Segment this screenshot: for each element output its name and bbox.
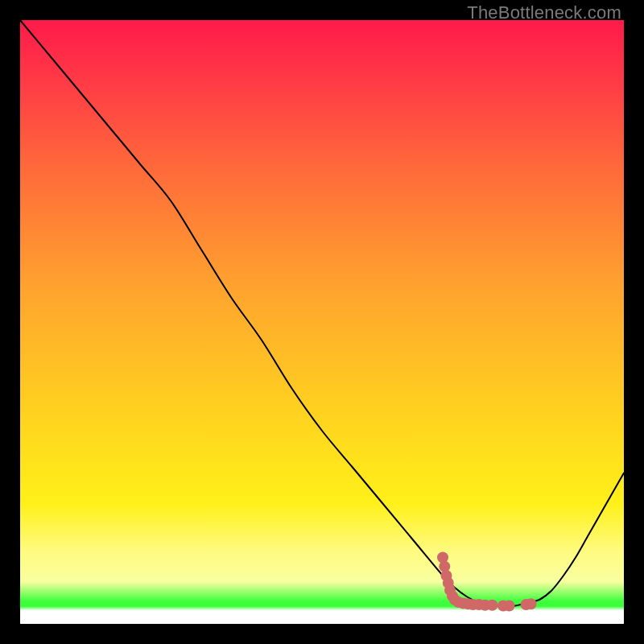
chart-frame bbox=[20, 20, 624, 624]
overlay-marker-dot bbox=[487, 600, 498, 611]
bottleneck-curve bbox=[20, 20, 624, 606]
overlay-marker-dot bbox=[526, 598, 537, 609]
overlay-marker-dot bbox=[504, 601, 515, 612]
chart-svg bbox=[20, 20, 624, 624]
overlay-markers bbox=[437, 552, 537, 612]
